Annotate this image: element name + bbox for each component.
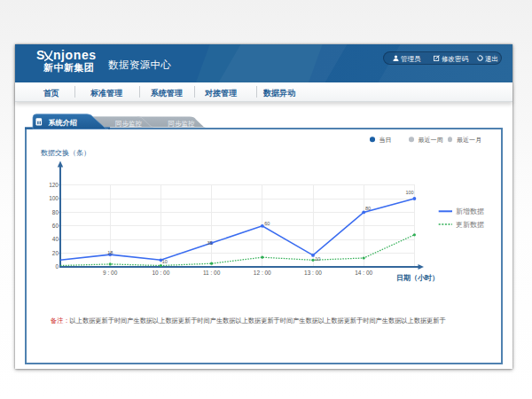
svg-text:更新数据: 更新数据 [456, 221, 484, 229]
svg-text:日期（小时）: 日期（小时） [396, 274, 439, 282]
svg-text:0: 0 [55, 263, 59, 270]
svg-text:60: 60 [52, 223, 59, 229]
svg-text:数据交换（条）: 数据交换（条） [41, 149, 90, 157]
svg-text:18: 18 [107, 250, 113, 255]
svg-text:10: 10 [162, 259, 168, 264]
svg-text:14 : 00: 14 : 00 [355, 270, 372, 276]
svg-text:9 : 00: 9 : 00 [103, 270, 118, 276]
svg-text:13 : 00: 13 : 00 [304, 270, 322, 276]
svg-text:60: 60 [264, 221, 270, 226]
svg-text:新增数据: 新增数据 [456, 207, 484, 215]
svg-text:100: 100 [49, 195, 59, 201]
svg-text:80: 80 [52, 209, 59, 215]
svg-text:20: 20 [52, 250, 59, 256]
svg-text:35: 35 [207, 240, 212, 246]
svg-text:120: 120 [49, 182, 59, 188]
svg-text:100: 100 [406, 190, 414, 195]
svg-text:10: 10 [315, 256, 320, 262]
svg-text:11 : 00: 11 : 00 [203, 270, 221, 276]
svg-text:80: 80 [365, 206, 371, 211]
svg-text:12 : 00: 12 : 00 [254, 270, 271, 276]
svg-text:10 : 00: 10 : 00 [152, 270, 169, 276]
svg-text:40: 40 [52, 236, 59, 242]
